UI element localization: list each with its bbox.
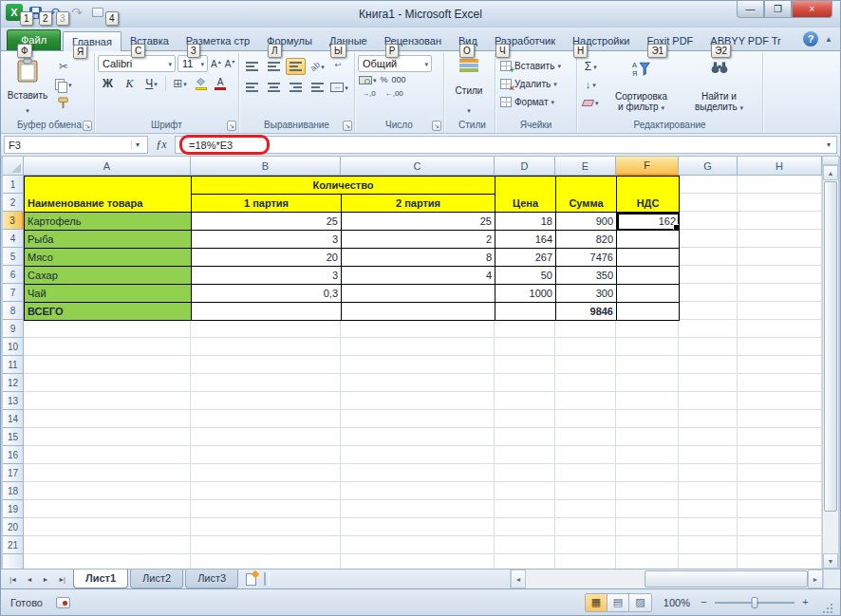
format-painter-button[interactable]: [52, 95, 75, 110]
row-header-12[interactable]: 12: [3, 374, 24, 392]
cell-E7[interactable]: 300: [556, 285, 617, 303]
help-button[interactable]: ?: [803, 31, 818, 47]
cell-C10[interactable]: [341, 338, 495, 356]
cell-H18[interactable]: [738, 482, 822, 500]
cell-G13[interactable]: [679, 392, 738, 410]
align-center-button[interactable]: [264, 79, 284, 96]
cell-F20[interactable]: [616, 518, 679, 536]
cell-H16[interactable]: [738, 446, 822, 464]
cell-D13[interactable]: [495, 392, 555, 410]
row-header-5[interactable]: 5: [3, 248, 24, 266]
tab-Разметка стр[interactable]: Разметка стрЗ: [178, 31, 258, 50]
tab-Файл[interactable]: ФайлФ: [7, 29, 61, 50]
cell-E8[interactable]: 9846: [556, 303, 617, 321]
tab-Рецензован[interactable]: РецензованР: [376, 31, 450, 50]
cell-A4[interactable]: Рыба: [25, 231, 192, 249]
sort-filter-button[interactable]: АЯ Сортировкаи фильтр ▾: [604, 57, 680, 114]
cell-D5[interactable]: 267: [495, 249, 556, 267]
cell-D20[interactable]: [495, 518, 555, 536]
cell-A21[interactable]: [24, 536, 191, 554]
align-right-button[interactable]: [286, 79, 306, 96]
cell-C18[interactable]: [341, 482, 495, 500]
zoom-slider[interactable]: − +: [698, 597, 812, 607]
tab-Вставка[interactable]: ВставкаС: [121, 31, 178, 50]
cell-F16[interactable]: [616, 446, 679, 464]
select-all-corner[interactable]: [3, 157, 24, 176]
cell-B14[interactable]: [191, 410, 341, 428]
clipboard-dialog-launcher[interactable]: ↘: [83, 121, 92, 131]
cell-A14[interactable]: [24, 410, 191, 428]
font-dialog-launcher[interactable]: ↘: [227, 121, 236, 131]
alignment-dialog-launcher[interactable]: ↘: [343, 121, 352, 131]
maximize-button[interactable]: ❐: [764, 1, 792, 18]
cell-E11[interactable]: [555, 356, 616, 374]
wrap-text-button[interactable]: ↩: [329, 58, 349, 75]
cell-G7[interactable]: [679, 284, 738, 302]
cell-B8[interactable]: [192, 303, 342, 321]
horizontal-scrollbar[interactable]: ◄ ►: [510, 569, 823, 588]
cell-A1-merged[interactable]: Наименование товара: [25, 177, 192, 213]
cell-A15[interactable]: [24, 428, 191, 446]
cell-A20[interactable]: [24, 518, 191, 536]
font-color-button[interactable]: А: [212, 76, 229, 92]
cut-button[interactable]: ✂: [52, 59, 75, 74]
cell-C13[interactable]: [341, 392, 495, 410]
cell-D18[interactable]: [495, 482, 555, 500]
cell-D14[interactable]: [495, 410, 555, 428]
row-header-14[interactable]: 14: [3, 410, 24, 428]
cell-E14[interactable]: [555, 410, 616, 428]
cell-G6[interactable]: [679, 266, 738, 284]
cell-H13[interactable]: [738, 392, 822, 410]
cell-E21[interactable]: [555, 536, 616, 554]
row-header-11[interactable]: 11: [3, 356, 24, 374]
cell-H6[interactable]: [738, 266, 822, 284]
row-header-10[interactable]: 10: [3, 338, 24, 356]
cell-F14[interactable]: [616, 410, 679, 428]
align-top-button[interactable]: [242, 58, 262, 75]
zoom-in-button[interactable]: +: [799, 597, 812, 607]
cell-H12[interactable]: [738, 374, 822, 392]
decrease-font-button[interactable]: А▾: [224, 58, 236, 70]
cell-E5[interactable]: 7476: [556, 249, 617, 267]
cell-H9[interactable]: [738, 320, 822, 338]
cell-G11[interactable]: [679, 356, 738, 374]
cell-H3[interactable]: [738, 212, 822, 230]
cell-A19[interactable]: [24, 500, 191, 518]
cell-B1-C1-merged[interactable]: Количество: [192, 177, 495, 195]
cell-F3-selected[interactable]: 162: [617, 213, 680, 231]
column-header-D[interactable]: D: [495, 157, 555, 176]
cell-G19[interactable]: [679, 500, 738, 518]
row-header-6[interactable]: 6: [3, 266, 24, 284]
cell-C5[interactable]: 8: [342, 249, 495, 267]
currency-format-button[interactable]: ▾: [358, 75, 378, 85]
tab-ABBYY PDF Tr[interactable]: ABBYY PDF TrЭ2: [701, 31, 789, 50]
tab-Данные[interactable]: ДанныеЫ: [321, 31, 376, 50]
bold-button[interactable]: Ж: [98, 75, 118, 92]
cell-C7[interactable]: [342, 285, 495, 303]
cell-C14[interactable]: [341, 410, 495, 428]
cell-G15[interactable]: [679, 428, 738, 446]
row-header-18[interactable]: 18: [3, 482, 24, 500]
cell-E9[interactable]: [555, 320, 616, 338]
cell-H20[interactable]: [738, 518, 822, 536]
cell-A13[interactable]: [24, 392, 191, 410]
cell-C19[interactable]: [341, 500, 495, 518]
cell-G8[interactable]: [679, 302, 738, 320]
cell-B18[interactable]: [191, 482, 341, 500]
insert-function-button[interactable]: ƒx: [150, 138, 173, 152]
cell-A8[interactable]: ВСЕГО: [25, 303, 192, 321]
row-header-8[interactable]: 8: [3, 302, 24, 320]
cell-A18[interactable]: [24, 482, 191, 500]
cell-A17[interactable]: [24, 464, 191, 482]
column-header-H[interactable]: H: [738, 157, 822, 176]
cell-H8[interactable]: [738, 302, 822, 320]
cell-E3[interactable]: 900: [556, 213, 617, 231]
scroll-right-button[interactable]: ►: [808, 569, 823, 588]
name-box[interactable]: F3 ▾: [4, 136, 148, 154]
cell-B13[interactable]: [191, 392, 341, 410]
cell-C15[interactable]: [341, 428, 495, 446]
row-header-1[interactable]: 1: [3, 176, 24, 194]
row-header-9[interactable]: 9: [3, 320, 24, 338]
find-select-button[interactable]: Найти ивыделить ▾: [682, 57, 757, 114]
cell-F5[interactable]: [617, 249, 680, 267]
